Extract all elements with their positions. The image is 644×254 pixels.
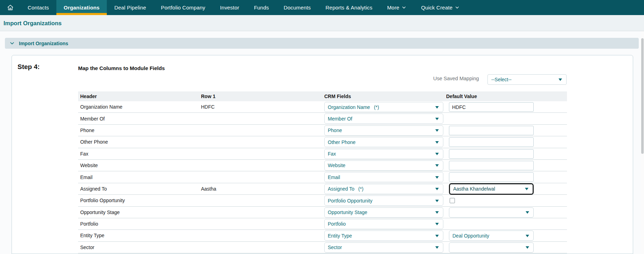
table-row-email: EmailEmail <box>78 171 567 183</box>
dropdown-arrow-icon <box>435 200 439 202</box>
vertical-scrollbar[interactable] <box>641 31 644 254</box>
step-title: Map the Columns to Module Fields <box>78 65 165 71</box>
crm-field-select-member-of[interactable]: Member Of <box>324 114 443 124</box>
dropdown-arrow-icon <box>435 129 439 132</box>
default-value-input-other-phone[interactable] <box>449 137 534 147</box>
nav-item-reports-analytics[interactable]: Reports & Analytics <box>318 0 380 15</box>
dropdown-arrow-icon <box>435 118 439 120</box>
header-cell: Email <box>80 171 92 183</box>
nav-item-portfolio-company[interactable]: Portfolio Company <box>153 0 213 15</box>
default-value-select-opportunity-stage[interactable] <box>449 207 534 218</box>
row1-cell: Aastha <box>201 183 216 194</box>
dropdown-arrow-icon <box>435 164 439 167</box>
dropdown-arrow-icon <box>526 211 529 214</box>
default-value-input-email[interactable] <box>449 172 534 182</box>
step-label: Step 4: <box>18 63 40 71</box>
dropdown-arrow-icon <box>559 78 562 81</box>
crm-field-select-organization-name[interactable]: Organization Name(*) <box>324 102 443 112</box>
crm-field-select-entity-type[interactable]: Entity Type <box>324 231 443 241</box>
crm-field-select-value: Email <box>328 174 340 180</box>
dropdown-arrow-icon <box>435 176 439 179</box>
column-header: Row 1 <box>201 91 215 101</box>
header-cell: Portfolio Opportunity <box>80 195 125 206</box>
crm-field-select-email[interactable]: Email <box>324 172 443 182</box>
page-title: Import Organizations <box>4 15 62 31</box>
header-cell: Opportunity Stage <box>80 207 120 218</box>
default-value-input-organization-name[interactable] <box>449 102 534 112</box>
crm-field-select-value: Portfolio <box>328 221 346 227</box>
dropdown-arrow-icon <box>525 188 528 190</box>
header-cell: Member Of <box>80 113 105 124</box>
crm-field-select-fax[interactable]: Fax <box>324 149 443 159</box>
crm-field-select-portfolio[interactable]: Portfolio <box>324 219 443 229</box>
header-cell: Portfolio <box>80 218 98 229</box>
dropdown-arrow-icon <box>435 106 439 109</box>
crm-field-select-portfolio-opportunity[interactable]: Portfolio Opportunity <box>324 195 443 206</box>
nav-item-label: Organizations <box>64 5 100 11</box>
default-value-select-sector[interactable] <box>449 242 534 253</box>
table-row-sector: SectorSector <box>78 242 567 253</box>
import-step-panel: Step 4: Map the Columns to Module Fields… <box>12 55 633 254</box>
nav-item-label: Funds <box>254 5 269 11</box>
field-mapping-table: Header Row 1 CRM Fields Default Value Or… <box>78 91 567 253</box>
crm-field-select-assigned-to[interactable]: Assigned To(*) <box>324 184 443 194</box>
crm-field-select-value: Fax <box>328 151 336 157</box>
table-row-assigned-to: Assigned ToAasthaAssigned To(*)Aastha Kh… <box>78 183 567 195</box>
crm-field-select-other-phone[interactable]: Other Phone <box>324 137 443 147</box>
default-value-input-website[interactable] <box>449 161 534 170</box>
crm-field-select-sector[interactable]: Sector <box>324 242 443 253</box>
default-value-select-value: Aastha Khandelwal <box>453 186 495 192</box>
default-value-input-fax[interactable] <box>449 149 534 159</box>
nav-item-contacts[interactable]: Contacts <box>20 0 56 15</box>
nav-item-funds[interactable]: Funds <box>247 0 276 15</box>
home-button[interactable] <box>0 0 20 15</box>
table-row-portfolio: PortfolioPortfolio <box>78 218 567 230</box>
nav-item-organizations[interactable]: Organizations <box>56 0 107 15</box>
column-header: Header <box>80 91 97 101</box>
header-cell: Organization Name <box>80 101 123 112</box>
table-row-opportunity-stage: Opportunity StageOpportunity Stage <box>78 207 567 218</box>
header-cell: Website <box>80 160 98 171</box>
nav-item-investor[interactable]: Investor <box>213 0 247 15</box>
default-value-checkbox-portfolio-opportunity[interactable] <box>450 198 455 203</box>
column-header: CRM Fields <box>324 91 351 101</box>
import-organizations-collapse-bar[interactable]: Import Organizations <box>5 38 639 49</box>
table-row-entity-type: Entity TypeEntity TypeDeal Opportunity <box>78 230 567 241</box>
nav-item-label: Portfolio Company <box>161 5 205 11</box>
home-icon <box>6 4 14 12</box>
nav-item-label: Reports & Analytics <box>326 5 373 11</box>
scrollbar-thumb[interactable] <box>641 38 644 154</box>
crm-field-select-value: Organization Name <box>328 104 370 110</box>
dropdown-arrow-icon <box>435 246 439 249</box>
crm-field-select-value: Phone <box>328 128 342 133</box>
crm-field-select-website[interactable]: Website <box>324 160 443 171</box>
nav-item-documents[interactable]: Documents <box>276 0 318 15</box>
required-marker: (*) <box>358 186 363 192</box>
top-navbar: ContactsOrganizationsDeal PipelinePortfo… <box>0 0 644 15</box>
table-row-other-phone: Other PhoneOther Phone <box>78 136 567 148</box>
table-header-row: Header Row 1 CRM Fields Default Value <box>78 91 567 101</box>
crm-field-select-phone[interactable]: Phone <box>324 125 443 136</box>
dropdown-arrow-icon <box>435 141 439 144</box>
default-value-select-assigned-to[interactable]: Aastha Khandelwal <box>449 183 534 195</box>
crm-field-select-value: Sector <box>328 245 342 250</box>
nav-item-deal-pipeline[interactable]: Deal Pipeline <box>107 0 153 15</box>
header-cell: Entity Type <box>80 230 104 241</box>
dropdown-arrow-icon <box>435 153 439 155</box>
header-cell: Phone <box>80 125 94 136</box>
default-value-select-value: Deal Opportunity <box>452 233 489 239</box>
dropdown-arrow-icon <box>435 223 439 225</box>
table-row-fax: FaxFax <box>78 148 567 160</box>
crm-field-select-opportunity-stage[interactable]: Opportunity Stage <box>324 207 443 218</box>
nav-item-label: Investor <box>220 5 239 11</box>
use-saved-mapping-label: Use Saved Mapping <box>433 76 479 81</box>
dropdown-arrow-icon <box>435 188 439 190</box>
nav-item-label: Quick Create <box>421 5 452 11</box>
nav-item-more[interactable]: More <box>380 0 414 15</box>
crm-field-select-value: Opportunity Stage <box>328 210 367 215</box>
default-value-input-phone[interactable] <box>449 126 534 135</box>
saved-mapping-select[interactable]: --Select-- <box>487 74 567 85</box>
row1-cell: HDFC <box>201 101 215 112</box>
default-value-select-entity-type[interactable]: Deal Opportunity <box>449 231 534 241</box>
nav-item-quick-create[interactable]: Quick Create <box>414 0 467 15</box>
